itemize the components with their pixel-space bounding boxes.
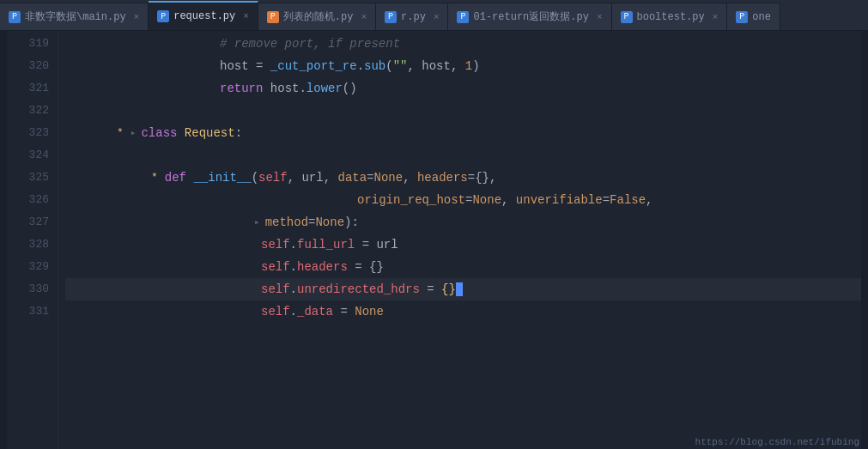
tab-icon-main: P (9, 11, 21, 23)
tab-main-py[interactable]: P 非数字数据\main.py × (0, 3, 149, 30)
tab-request-py[interactable]: P request.py × (149, 1, 258, 30)
tab-close-return[interactable]: × (597, 12, 603, 22)
star-323: * (117, 122, 124, 144)
tab-icon-one: P (736, 11, 748, 23)
line-num-324: 324 (7, 144, 49, 167)
tab-label-main: 非数字数据\main.py (25, 9, 126, 24)
tab-bool-py[interactable]: P booltest.py × (612, 3, 728, 30)
tab-label-bool: booltest.py (637, 11, 705, 23)
line-num-325: 325 (7, 167, 49, 189)
tab-icon-request: P (157, 10, 169, 22)
code-line-330: self.unredirected_hdrs = {} (65, 278, 861, 300)
line-num-320: 320 (7, 55, 49, 77)
blog-url: https://blog.csdn.net/ifubing (695, 437, 859, 447)
code-line-323: * ▸ class Request: (65, 122, 861, 144)
code-line-329: self.headers = {} (65, 256, 861, 278)
line-num-323: 323 (7, 122, 49, 144)
text-cursor (456, 282, 463, 296)
tab-label-r: r.py (401, 11, 426, 23)
fold-327[interactable]: ▸ (254, 211, 260, 234)
tab-label-list: 列表的随机.py (283, 9, 354, 24)
tab-one[interactable]: P one (727, 3, 780, 30)
line-num-329: 329 (7, 256, 49, 278)
line-num-319: 319 (7, 33, 49, 55)
tab-list-py[interactable]: P 列表的随机.py × (258, 3, 376, 30)
tab-label-request: request.py (173, 10, 235, 22)
tab-label-one: one (752, 11, 771, 23)
tab-icon-return: P (457, 11, 469, 23)
tab-label-return: 01-return返回数据.py (473, 9, 588, 24)
code-line-324 (65, 144, 861, 167)
left-strip (0, 31, 7, 449)
line-numbers: 319 320 321 322 323 324 325 326 327 328 … (7, 31, 58, 449)
tab-close-r[interactable]: × (434, 12, 440, 22)
code-line-328: self.full_url = url (65, 234, 861, 256)
line-num-321: 321 (7, 77, 49, 100)
var-host: host (220, 55, 249, 77)
tab-bar: P 非数字数据\main.py × P request.py × P 列表的随机… (0, 0, 868, 31)
tab-close-bool[interactable]: × (713, 12, 719, 22)
code-line-319: # remove port, if present (65, 33, 861, 55)
code-area[interactable]: # remove port, if present host = _cut_po… (58, 31, 861, 449)
status-bar: https://blog.csdn.net/ifubing (687, 435, 868, 449)
star-325: * (151, 167, 158, 189)
tab-icon-list: P (267, 11, 279, 23)
editor: 319 320 321 322 323 324 325 326 327 328 … (0, 31, 868, 449)
tab-r-py[interactable]: P r.py × (376, 3, 448, 30)
tab-icon-r: P (385, 11, 397, 23)
code-line-325: * def __init__(self, url, data=None, hea… (65, 167, 861, 189)
comment-319: # remove port, if present (220, 33, 400, 55)
tab-close-list[interactable]: × (361, 12, 367, 22)
code-line-326: origin_req_host=None, unverifiable=False… (65, 189, 861, 211)
line-num-331: 331 (7, 300, 49, 323)
line-num-330: 330 (7, 278, 49, 300)
code-line-331: self._data = None (65, 300, 861, 323)
line-num-322: 322 (7, 100, 49, 122)
scrollbar[interactable] (861, 31, 868, 449)
tab-return-py[interactable]: P 01-return返回数据.py × (448, 3, 611, 30)
tab-icon-bool: P (621, 11, 633, 23)
code-line-327: ▸ method=None): (65, 211, 861, 234)
tab-close-main[interactable]: × (134, 12, 140, 22)
code-line-322 (65, 100, 861, 122)
tab-close-request[interactable]: × (243, 11, 249, 21)
code-line-321: return host.lower() (65, 77, 861, 100)
line-num-328: 328 (7, 234, 49, 256)
line-num-327: 327 (7, 211, 49, 234)
fold-323[interactable]: ▸ (131, 122, 137, 144)
code-line-320: host = _cut_port_re.sub("", host, 1) (65, 55, 861, 77)
line-num-326: 326 (7, 189, 49, 211)
